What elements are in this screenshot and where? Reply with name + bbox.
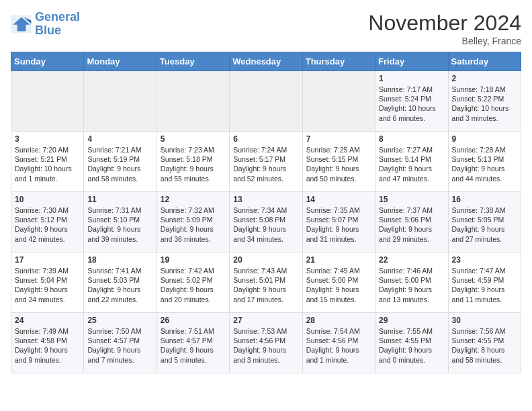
day-number: 30 bbox=[452, 316, 517, 325]
day-cell: 10Sunrise: 7:30 AMSunset: 5:12 PMDayligh… bbox=[11, 192, 84, 253]
day-number: 13 bbox=[233, 195, 298, 204]
header-friday: Friday bbox=[375, 52, 448, 71]
day-number: 1 bbox=[379, 74, 444, 83]
day-info: Sunrise: 7:49 AM bbox=[15, 326, 80, 336]
day-info: Sunset: 5:02 PM bbox=[161, 275, 226, 285]
day-info: Daylight: 9 hours and 50 minutes. bbox=[306, 164, 371, 183]
day-info: Sunset: 4:57 PM bbox=[161, 336, 226, 345]
day-number: 12 bbox=[161, 195, 226, 204]
logo-icon bbox=[11, 15, 32, 34]
day-cell: 2Sunrise: 7:18 AMSunset: 5:22 PMDaylight… bbox=[448, 71, 521, 132]
day-info: Daylight: 9 hours and 34 minutes. bbox=[233, 224, 298, 243]
day-info: Sunrise: 7:39 AM bbox=[15, 266, 80, 275]
day-info: Sunset: 5:18 PM bbox=[161, 154, 226, 164]
calendar-body: 1Sunrise: 7:17 AMSunset: 5:24 PMDaylight… bbox=[11, 71, 521, 373]
day-number: 22 bbox=[379, 255, 444, 265]
day-info: Sunrise: 7:24 AM bbox=[233, 145, 298, 154]
day-info: Daylight: 9 hours and 22 minutes. bbox=[87, 285, 152, 304]
day-number: 6 bbox=[233, 134, 298, 144]
day-info: Daylight: 9 hours and 58 minutes. bbox=[87, 164, 152, 183]
calendar-table: Sunday Monday Tuesday Wednesday Thursday… bbox=[11, 52, 521, 373]
day-number: 16 bbox=[452, 195, 517, 204]
day-info: Sunset: 5:17 PM bbox=[233, 154, 298, 164]
day-info: Daylight: 9 hours and 17 minutes. bbox=[233, 285, 298, 304]
header-wednesday: Wednesday bbox=[230, 52, 302, 71]
day-cell: 28Sunrise: 7:54 AMSunset: 4:56 PMDayligh… bbox=[302, 313, 375, 373]
day-cell bbox=[84, 71, 157, 132]
day-info: Daylight: 9 hours and 39 minutes. bbox=[87, 224, 152, 243]
day-info: Sunrise: 7:34 AM bbox=[233, 205, 298, 215]
day-cell: 1Sunrise: 7:17 AMSunset: 5:24 PMDaylight… bbox=[375, 71, 448, 132]
day-info: Sunrise: 7:23 AM bbox=[161, 145, 226, 154]
day-info: Sunrise: 7:21 AM bbox=[87, 145, 152, 154]
day-cell: 16Sunrise: 7:38 AMSunset: 5:05 PMDayligh… bbox=[448, 192, 521, 253]
day-info: Sunrise: 7:35 AM bbox=[306, 205, 371, 215]
day-cell: 24Sunrise: 7:49 AMSunset: 4:58 PMDayligh… bbox=[11, 313, 84, 373]
day-cell bbox=[230, 71, 302, 132]
day-info: Sunset: 4:59 PM bbox=[452, 275, 517, 285]
day-info: Daylight: 9 hours and 9 minutes. bbox=[15, 345, 80, 364]
day-cell: 15Sunrise: 7:37 AMSunset: 5:06 PMDayligh… bbox=[375, 192, 448, 253]
day-number: 7 bbox=[306, 134, 371, 144]
day-info: Daylight: 10 hours and 6 minutes. bbox=[379, 103, 444, 122]
day-info: Daylight: 9 hours and 42 minutes. bbox=[15, 224, 80, 243]
day-number: 29 bbox=[379, 316, 444, 325]
day-info: Sunset: 4:55 PM bbox=[452, 336, 517, 345]
day-info: Sunset: 5:03 PM bbox=[87, 275, 152, 285]
day-cell bbox=[302, 71, 375, 132]
day-number: 25 bbox=[87, 316, 152, 325]
day-info: Sunset: 5:21 PM bbox=[15, 154, 80, 164]
calendar-header: Sunday Monday Tuesday Wednesday Thursday… bbox=[11, 52, 521, 71]
day-cell: 17Sunrise: 7:39 AMSunset: 5:04 PMDayligh… bbox=[11, 253, 84, 313]
day-info: Sunrise: 7:32 AM bbox=[161, 205, 226, 215]
day-info: Daylight: 9 hours and 15 minutes. bbox=[306, 285, 371, 304]
day-cell: 8Sunrise: 7:27 AMSunset: 5:14 PMDaylight… bbox=[375, 132, 448, 192]
header-tuesday: Tuesday bbox=[157, 52, 229, 71]
day-info: Sunrise: 7:18 AM bbox=[452, 85, 517, 94]
day-info: Sunrise: 7:42 AM bbox=[161, 266, 226, 275]
day-cell: 9Sunrise: 7:28 AMSunset: 5:13 PMDaylight… bbox=[448, 132, 521, 192]
day-cell: 13Sunrise: 7:34 AMSunset: 5:08 PMDayligh… bbox=[230, 192, 302, 253]
day-info: Sunrise: 7:45 AM bbox=[306, 266, 371, 275]
day-info: Sunrise: 7:31 AM bbox=[87, 205, 152, 215]
day-cell: 5Sunrise: 7:23 AMSunset: 5:18 PMDaylight… bbox=[157, 132, 229, 192]
day-info: Sunrise: 7:38 AM bbox=[452, 205, 517, 215]
day-info: Sunset: 5:00 PM bbox=[379, 275, 444, 285]
day-info: Sunrise: 7:51 AM bbox=[161, 326, 226, 336]
day-cell: 21Sunrise: 7:45 AMSunset: 5:00 PMDayligh… bbox=[302, 253, 375, 313]
day-info: Sunrise: 7:20 AM bbox=[15, 145, 80, 154]
day-info: Daylight: 9 hours and 31 minutes. bbox=[306, 224, 371, 243]
week-row-1: 1Sunrise: 7:17 AMSunset: 5:24 PMDaylight… bbox=[11, 71, 521, 132]
day-info: Daylight: 9 hours and 7 minutes. bbox=[87, 345, 152, 364]
day-number: 5 bbox=[161, 134, 226, 144]
day-info: Sunset: 5:00 PM bbox=[306, 275, 371, 285]
day-cell: 12Sunrise: 7:32 AMSunset: 5:09 PMDayligh… bbox=[157, 192, 229, 253]
day-number: 27 bbox=[233, 316, 298, 325]
day-info: Sunset: 4:57 PM bbox=[87, 336, 152, 345]
day-cell bbox=[157, 71, 229, 132]
day-info: Daylight: 9 hours and 5 minutes. bbox=[161, 345, 226, 364]
day-info: Sunset: 5:19 PM bbox=[87, 154, 152, 164]
week-row-2: 3Sunrise: 7:20 AMSunset: 5:21 PMDaylight… bbox=[11, 132, 521, 192]
day-info: Sunset: 5:15 PM bbox=[306, 154, 371, 164]
day-cell: 25Sunrise: 7:50 AMSunset: 4:57 PMDayligh… bbox=[84, 313, 157, 373]
day-info: Sunrise: 7:53 AM bbox=[233, 326, 298, 336]
day-number: 26 bbox=[161, 316, 226, 325]
day-info: Daylight: 10 hours and 1 minute. bbox=[15, 164, 80, 183]
page-header: General Blue November 2024 Belley, Franc… bbox=[11, 11, 521, 46]
day-info: Sunrise: 7:43 AM bbox=[233, 266, 298, 275]
week-row-3: 10Sunrise: 7:30 AMSunset: 5:12 PMDayligh… bbox=[11, 192, 521, 253]
day-info: Daylight: 9 hours and 13 minutes. bbox=[379, 285, 444, 304]
day-number: 3 bbox=[15, 134, 80, 144]
day-info: Daylight: 9 hours and 1 minute. bbox=[306, 345, 371, 364]
header-row: Sunday Monday Tuesday Wednesday Thursday… bbox=[11, 52, 521, 71]
day-info: Sunrise: 7:17 AM bbox=[379, 85, 444, 94]
day-info: Sunset: 5:14 PM bbox=[379, 154, 444, 164]
day-info: Sunset: 5:06 PM bbox=[379, 215, 444, 224]
day-number: 24 bbox=[15, 316, 80, 325]
day-info: Daylight: 9 hours and 20 minutes. bbox=[161, 285, 226, 304]
day-cell: 3Sunrise: 7:20 AMSunset: 5:21 PMDaylight… bbox=[11, 132, 84, 192]
day-info: Sunrise: 7:28 AM bbox=[452, 145, 517, 154]
location: Belley, France bbox=[368, 36, 521, 46]
day-number: 14 bbox=[306, 195, 371, 204]
